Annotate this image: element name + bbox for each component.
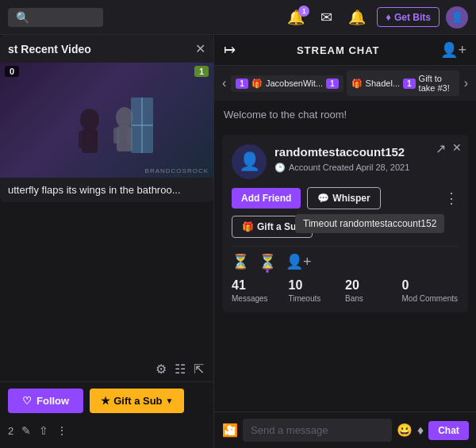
user-card-info: randomtestaccount152 🕑 Account Created A… xyxy=(274,144,459,173)
heart-icon: ♡ xyxy=(22,395,32,407)
alerts-button[interactable]: 🔔 xyxy=(344,6,370,29)
chat-back-button[interactable]: ↦ xyxy=(224,41,236,59)
user-card-created: 🕑 Account Created April 28, 2021 xyxy=(274,163,459,173)
search-bar[interactable]: 🔍 xyxy=(8,8,103,27)
expand-icon[interactable]: ⇱ xyxy=(194,362,204,377)
whisper-button[interactable]: 💬 Whisper xyxy=(307,187,380,209)
gift-banner: ‹ 1 🎁 JacobsenWit... 1 🎁 Shadel... 1 Gif… xyxy=(214,66,476,101)
video-caption: utterfly flaps its wings in the bathroo.… xyxy=(0,178,213,202)
get-bits-button[interactable]: ♦ Get Bits xyxy=(377,7,440,27)
chat-message-input[interactable] xyxy=(243,419,392,442)
score-bar: 0 1 xyxy=(0,63,213,80)
svg-point-0 xyxy=(80,109,99,131)
video-watermark: BRANDCOSROCK xyxy=(145,167,209,174)
notifications-button[interactable]: 🔔 1 xyxy=(282,6,309,29)
chat-send-icons: 😀 ♦ Chat xyxy=(397,421,469,440)
score-left: 0 xyxy=(5,66,19,77)
gift-target-item: 🎁 Shadel... 1 Gift to take #3! xyxy=(347,71,459,96)
bans-stat: 20 Bans xyxy=(345,278,402,303)
user-card-open-button[interactable]: ↗ xyxy=(436,141,446,156)
stats-row: 41 Messages 10 Timeouts 20 Bans 0 Mod Co… xyxy=(232,278,459,303)
game-character-svg xyxy=(60,90,155,169)
main-content: st Recent Video ✕ 0 1 xyxy=(0,35,476,448)
score-right: 1 xyxy=(194,66,209,77)
mod-comments-count: 0 xyxy=(402,278,409,293)
banner-next-button[interactable]: › xyxy=(463,76,470,90)
bottom-action-bar: ♡ Follow ★ Gift a Sub ▼ xyxy=(0,381,213,419)
follow-button[interactable]: ♡ Follow xyxy=(8,389,83,413)
modal-header: st Recent Video ✕ xyxy=(0,35,213,63)
video-thumbnail[interactable]: 0 1 xyxy=(0,63,213,178)
messages-count: 41 xyxy=(232,278,246,293)
video-character-area xyxy=(0,80,213,178)
modal-title: st Recent Video xyxy=(8,43,91,56)
username-label: 2 xyxy=(8,425,13,437)
right-panel: ↦ STREAM CHAT 👤+ ‹ 1 🎁 JacobsenWit... 1 … xyxy=(214,35,476,448)
timeouts-label: Timeouts xyxy=(289,294,321,303)
user-avatar[interactable]: 👤 xyxy=(446,6,468,29)
timeouts-stat: 10 Timeouts xyxy=(289,278,346,303)
gift-label: Gift to take #3! xyxy=(419,74,455,93)
gift-icon-3: 🎁 xyxy=(242,221,254,232)
top-navigation: 🔍 🔔 1 ✉ 🔔 ♦ Get Bits 👤 xyxy=(0,0,476,35)
notification-badge: 1 xyxy=(298,6,309,17)
diamond-icon: ♦ xyxy=(386,11,391,23)
left-panel: st Recent Video ✕ 0 1 xyxy=(0,35,214,448)
svg-rect-3 xyxy=(91,131,98,148)
gifter-rank-badge: 1 xyxy=(236,78,248,89)
bans-label: Bans xyxy=(345,294,363,303)
add-mod-button[interactable]: 👤+ xyxy=(286,253,312,270)
user-card-close-button[interactable]: ✕ xyxy=(452,141,462,154)
more-options-button[interactable]: ⋮ xyxy=(444,190,459,207)
timeouts-count: 10 xyxy=(289,278,303,293)
user-row-bottom: 2 ✎ ⇧ ⋮ xyxy=(0,419,213,442)
chat-icon: 💬 xyxy=(317,193,329,204)
users-icon[interactable]: 👤+ xyxy=(440,41,466,59)
chevron-down-icon: ▼ xyxy=(166,396,174,405)
share-icon[interactable]: ⇧ xyxy=(39,424,48,437)
gifter-name: JacobsenWit... xyxy=(266,78,323,88)
edit-icon[interactable]: ✎ xyxy=(21,424,31,437)
mod-comments-label: Mod Comments xyxy=(402,294,459,303)
emoji-button[interactable]: 😀 xyxy=(397,423,413,438)
video-controls: ⚙ ☷ ⇱ xyxy=(0,357,213,381)
svg-rect-6 xyxy=(113,128,120,144)
gift-icon-2: 🎁 xyxy=(351,78,363,89)
search-icon: 🔍 xyxy=(16,11,29,24)
timeout-button[interactable]: ⏳ xyxy=(259,253,276,270)
chat-header: ↦ STREAM CHAT 👤+ xyxy=(214,35,476,66)
card-actions: Add Friend 💬 Whisper ⋮ xyxy=(232,187,459,209)
video-overlay: 0 1 xyxy=(0,63,213,178)
chat-input-area: 🎦 😀 ♦ Chat xyxy=(214,412,476,448)
gift-sub-button[interactable]: ★ Gift a Sub ▼ xyxy=(90,389,184,413)
chat-title: STREAM CHAT xyxy=(297,44,380,56)
mod-comments-stat: 0 Mod Comments xyxy=(402,278,459,303)
gifter-count-badge: 1 xyxy=(326,78,339,89)
target-badge: 1 xyxy=(403,78,416,89)
ban-history-button[interactable]: ⏳ xyxy=(232,253,249,270)
bans-count: 20 xyxy=(345,278,359,293)
more-icon[interactable]: ⋮ xyxy=(56,424,67,437)
chat-send-button[interactable]: Chat xyxy=(428,421,469,440)
user-card-top: 👤 randomtestaccount152 🕑 Account Created… xyxy=(232,144,459,179)
video-camera-icon: 🎦 xyxy=(222,423,238,438)
messages-stat: 41 Messages xyxy=(232,278,289,303)
messages-button[interactable]: ✉ xyxy=(316,6,337,29)
gift-target-name: Shadel... xyxy=(366,78,400,88)
user-card-name: randomtestaccount152 xyxy=(274,144,459,160)
mod-icons-row: ⏳ ⏳ 👤+ xyxy=(232,246,459,270)
timeout-tooltip: Timeout randomtestaccount152 xyxy=(295,214,444,233)
svg-point-4 xyxy=(116,107,133,128)
star-icon: ★ xyxy=(101,395,110,407)
banner-prev-button[interactable]: ‹ xyxy=(221,76,228,90)
add-friend-button[interactable]: Add Friend xyxy=(232,188,301,209)
settings-icon[interactable]: ⚙ xyxy=(155,362,167,377)
user-card: ↗ ✕ 👤 randomtestaccount152 🕑 Account Cre… xyxy=(222,135,468,312)
messages-label: Messages xyxy=(232,294,268,303)
grid-icon[interactable]: ☷ xyxy=(175,362,186,377)
gift-sub-row: 🎁 Gift a Sub Timeout randomtestaccount15… xyxy=(232,216,459,238)
gift-icon-1: 🎁 xyxy=(251,78,263,89)
gifter-item: 1 🎁 JacobsenWit... 1 xyxy=(231,75,343,92)
modal-close-button[interactable]: ✕ xyxy=(195,41,205,56)
bits-chat-button[interactable]: ♦ xyxy=(417,423,424,438)
